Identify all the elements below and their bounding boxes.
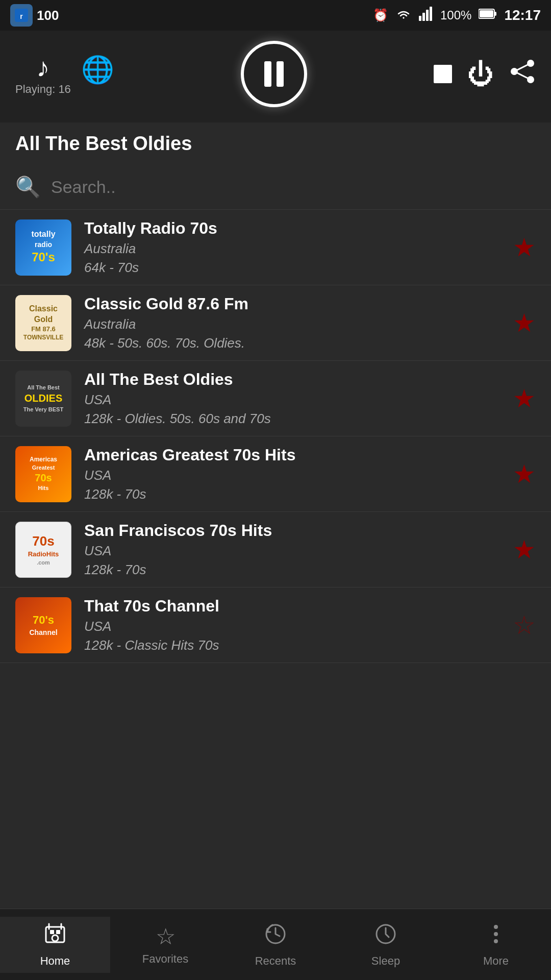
status-right: ⏰ 100% 12:17 [373, 7, 541, 24]
recents-icon [263, 922, 288, 951]
power-button[interactable]: ⏻ [467, 59, 494, 89]
favorite-star-2[interactable]: ★ [513, 308, 536, 338]
svg-text:r: r [20, 12, 23, 20]
favorite-star-5[interactable]: ★ [513, 535, 536, 565]
battery-icon [479, 8, 497, 22]
battery-level: 100% [440, 8, 471, 22]
svg-line-13 [514, 71, 531, 80]
svg-rect-4 [426, 10, 429, 21]
playing-label: Playing: 16 [15, 83, 71, 96]
station-logo-1: totally radio 70's [15, 219, 71, 276]
search-section: 🔍 [0, 165, 551, 210]
list-item[interactable]: 70s RadioHits .com San Franciscos 70s Hi… [0, 512, 551, 587]
content-spacer [0, 663, 551, 740]
left-icons: ♪ Playing: 16 🌐 [15, 52, 114, 96]
nav-sleep[interactable]: Sleep [331, 922, 441, 968]
list-item[interactable]: Classic Gold FM 87.6 TOWNSVILLE Classic … [0, 285, 551, 361]
station-country-1: Australia [84, 241, 505, 257]
right-icons: ⏻ [434, 58, 536, 90]
station-country-6: USA [84, 619, 505, 634]
station-name-2: Classic Gold 87.6 Fm [84, 295, 505, 313]
home-icon [43, 922, 67, 951]
status-app-number: 100 [37, 8, 59, 23]
station-info-2: Classic Gold 87.6 Fm Australia 48k - 50s… [84, 295, 505, 351]
station-logo-6: 70's Channel [15, 597, 71, 653]
more-icon [484, 922, 508, 951]
station-country-4: USA [84, 468, 505, 483]
station-name-4: Americas Greatest 70s Hits [84, 446, 505, 464]
player-controls-row: ♪ Playing: 16 🌐 ⏻ [15, 41, 536, 107]
station-logo-3: All The Best OLDIES The Very BEST [15, 371, 71, 427]
music-note-icon[interactable]: ♪ [36, 52, 49, 83]
svg-line-12 [514, 63, 531, 71]
station-info-5: San Franciscos 70s Hits USA 128k - 70s [84, 521, 505, 578]
home-label: Home [40, 954, 70, 968]
wifi-icon [395, 7, 412, 24]
station-name-6: That 70s Channel [84, 597, 505, 616]
search-input[interactable] [51, 177, 536, 197]
svg-point-24 [494, 939, 498, 943]
station-bitrate-3: 128k - Oldies. 50s. 60s and 70s [84, 411, 505, 427]
svg-point-22 [494, 925, 498, 929]
globe-icon[interactable]: 🌐 [81, 54, 114, 85]
station-country-2: Australia [84, 316, 505, 332]
station-name-3: All The Best Oldies [84, 370, 505, 389]
status-left: r 100 [10, 4, 59, 27]
more-label: More [483, 954, 509, 968]
status-time: 12:17 [504, 7, 541, 23]
station-country-3: USA [84, 392, 505, 408]
list-item[interactable]: totally radio 70's Totally Radio 70s Aus… [0, 210, 551, 285]
signal-icon [419, 7, 433, 24]
station-bitrate-6: 128k - Classic Hits 70s [84, 638, 505, 653]
player-center [241, 41, 307, 107]
favorite-star-4[interactable]: ★ [513, 459, 536, 489]
station-bitrate-4: 128k - 70s [84, 486, 505, 502]
station-info-4: Americas Greatest 70s Hits USA 128k - 70… [84, 446, 505, 502]
list-item[interactable]: 70's Channel That 70s Channel USA 128k -… [0, 587, 551, 663]
station-name-1: Totally Radio 70s [84, 219, 505, 238]
favorite-star-6[interactable]: ☆ [513, 610, 536, 640]
svg-point-17 [52, 935, 58, 941]
svg-rect-16 [56, 930, 60, 934]
svg-rect-2 [419, 16, 421, 21]
alarm-icon: ⏰ [373, 8, 388, 22]
list-item[interactable]: Americas Greatest 70s Hits Americas Grea… [0, 436, 551, 512]
stop-icon [434, 65, 452, 83]
station-name-5: San Franciscos 70s Hits [84, 521, 505, 540]
pause-bar-left [264, 61, 271, 87]
nav-more[interactable]: More [441, 922, 551, 968]
recents-label: Recents [255, 954, 296, 968]
nav-home[interactable]: Home [0, 917, 110, 973]
station-logo-2: Classic Gold FM 87.6 TOWNSVILLE [15, 295, 71, 351]
svg-rect-8 [494, 12, 496, 16]
favorite-star-1[interactable]: ★ [513, 233, 536, 262]
nav-recents[interactable]: Recents [220, 922, 331, 968]
favorites-label: Favorites [142, 952, 188, 966]
now-playing-title: All The Best Oldies [15, 133, 192, 154]
svg-rect-7 [480, 10, 493, 17]
share-button[interactable] [509, 58, 536, 90]
station-country-5: USA [84, 543, 505, 559]
station-bitrate-1: 64k - 70s [84, 260, 505, 276]
station-title-section: All The Best Oldies [0, 122, 551, 165]
favorites-icon: ☆ [156, 923, 176, 949]
app-icon: r [10, 4, 33, 27]
station-list: totally radio 70's Totally Radio 70s Aus… [0, 210, 551, 663]
sleep-icon [373, 922, 398, 951]
search-icon: 🔍 [15, 175, 41, 199]
pause-button[interactable] [241, 41, 307, 107]
station-info-1: Totally Radio 70s Australia 64k - 70s [84, 219, 505, 276]
list-item[interactable]: All The Best OLDIES The Very BEST All Th… [0, 361, 551, 436]
svg-rect-15 [50, 930, 54, 934]
stop-button[interactable] [434, 65, 452, 83]
pause-bar-right [277, 61, 284, 87]
station-logo-5: 70s RadioHits .com [15, 522, 71, 578]
nav-favorites[interactable]: ☆ Favorites [110, 923, 220, 966]
music-note-wrap: ♪ Playing: 16 [15, 52, 71, 96]
favorite-star-3[interactable]: ★ [513, 384, 536, 413]
svg-point-23 [494, 932, 498, 936]
bottom-nav: Home ☆ Favorites Recents Sleep [0, 909, 551, 980]
station-bitrate-2: 48k - 50s. 60s. 70s. Oldies. [84, 335, 505, 351]
pause-icon [264, 61, 284, 87]
search-bar: 🔍 [15, 175, 536, 199]
